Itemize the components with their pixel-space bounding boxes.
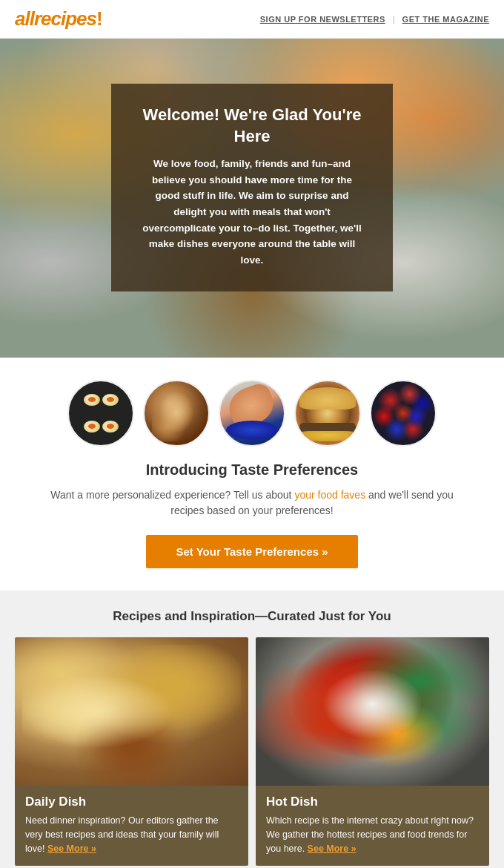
bun-bottom <box>299 431 356 441</box>
hero-overlay: Welcome! We're Glad You're Here We love … <box>111 84 393 292</box>
curated-heading: Recipes and Inspiration—Curated Just for… <box>15 609 489 624</box>
header-nav: SIGN UP FOR NEWSLETTERS | GET THE MAGAZI… <box>260 15 489 24</box>
taste-preferences-section: Introducing Taste Preferences Want a mor… <box>0 358 504 591</box>
hot-dish-image <box>256 637 489 786</box>
daily-dish-texture <box>15 637 248 786</box>
taste-desc-part1: Want a more personalized experience? Tel… <box>50 489 294 501</box>
egg-4 <box>102 421 119 433</box>
logo-text: allrecipes <box>15 7 96 30</box>
curated-section: Recipes and Inspiration—Curated Just for… <box>0 591 504 868</box>
food-circle-berries <box>370 380 437 447</box>
food-circle-salmon <box>219 380 285 447</box>
hero-description: We love food, family, friends and fun–an… <box>141 156 363 268</box>
hot-dish-texture <box>256 637 489 786</box>
daily-dish-image <box>15 637 248 786</box>
hot-dish-title: Hot Dish <box>266 795 479 809</box>
hot-dish-description: Which recipe is the internet crazy about… <box>266 815 474 854</box>
daily-dish-content: Daily Dish Need dinner inspiration? Our … <box>15 786 248 866</box>
hot-dish-content: Hot Dish Which recipe is the internet cr… <box>256 786 489 866</box>
daily-dish-title: Daily Dish <box>25 795 238 809</box>
daily-dish-text: Need dinner inspiration? Our editors gat… <box>25 814 238 855</box>
food-faves-link[interactable]: your food faves <box>294 489 365 501</box>
get-magazine-link[interactable]: GET THE MAGAZINE <box>402 15 489 24</box>
hero-section: Welcome! We're Glad You're Here We love … <box>0 39 504 358</box>
cards-row: Daily Dish Need dinner inspiration? Our … <box>15 637 489 866</box>
site-logo[interactable]: allrecipes! <box>15 7 102 30</box>
food-circle-burger <box>294 380 361 447</box>
food-circles-row <box>15 380 489 447</box>
food-circle-casserole <box>143 380 210 447</box>
nav-separator: | <box>393 15 395 24</box>
hot-dish-card: Hot Dish Which recipe is the internet cr… <box>256 637 489 866</box>
egg-3 <box>84 421 100 433</box>
set-taste-preferences-button[interactable]: Set Your Taste Preferences » <box>146 535 357 568</box>
hot-dish-text: Which recipe is the internet crazy about… <box>266 814 479 855</box>
blueberries <box>226 421 278 439</box>
hot-dish-see-more-link[interactable]: See More » <box>308 844 357 854</box>
casserole-texture <box>152 392 201 441</box>
daily-dish-card: Daily Dish Need dinner inspiration? Our … <box>15 637 248 866</box>
site-header: allrecipes! SIGN UP FOR NEWSLETTERS | GE… <box>0 0 504 39</box>
egg-2 <box>102 394 119 406</box>
signup-newsletters-link[interactable]: SIGN UP FOR NEWSLETTERS <box>260 15 385 24</box>
bun-top <box>299 387 356 410</box>
hero-title: Welcome! We're Glad You're Here <box>141 105 363 147</box>
food-circle-deviled-eggs <box>67 380 134 447</box>
berry-textures <box>371 381 435 445</box>
egg-1 <box>84 394 100 406</box>
taste-heading: Introducing Taste Preferences <box>15 461 489 479</box>
taste-description: Want a more personalized experience? Tel… <box>44 487 460 519</box>
daily-dish-see-more-link[interactable]: See More » <box>47 844 96 854</box>
